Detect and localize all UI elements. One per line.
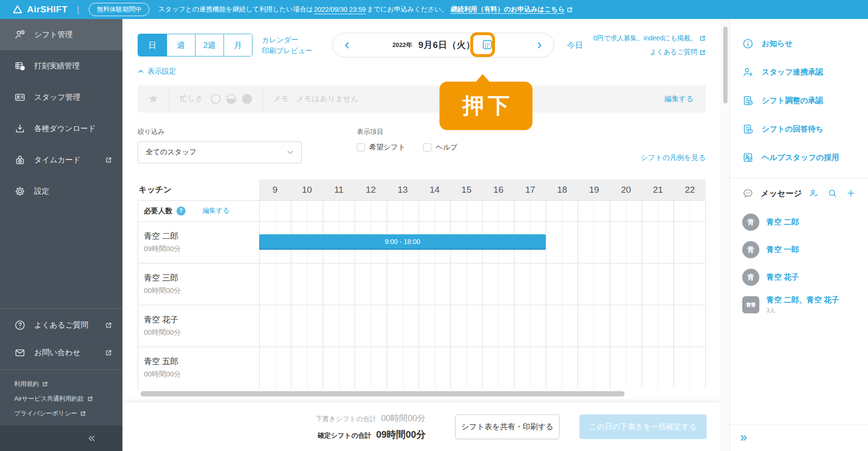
new-message-icon[interactable] [846,188,856,198]
schedule-cell[interactable] [387,305,419,347]
schedule-cell[interactable] [259,263,291,305]
schedule-cell[interactable] [291,347,323,388]
schedule-cell[interactable] [673,347,705,388]
help-icon[interactable]: ? [177,207,186,216]
sidebar-item-contact[interactable]: お問い合わせ [0,339,122,366]
share-print-button[interactable]: シフト表を共有・印刷する [455,414,560,439]
schedule-cell[interactable] [355,201,386,221]
required-edit-link[interactable]: 編集する [203,207,230,215]
schedule-cell[interactable] [642,201,673,221]
schedule-cell[interactable] [482,263,514,305]
schedule-cell[interactable] [546,347,578,388]
star-icon[interactable] [148,94,159,104]
schedule-cell[interactable] [578,305,609,347]
message-thread[interactable]: 青青空 花子 [730,263,868,291]
shift-bar[interactable]: 9:00 - 18:00 [259,235,546,250]
busy-level-low[interactable] [211,94,221,104]
schedule-cell[interactable] [482,305,514,347]
sidebar-item-shift[interactable]: シフト管理 [0,19,122,50]
schedule-cell[interactable] [610,347,642,388]
staff-filter-select[interactable]: 全てのスタッフ [138,141,302,163]
busy-level-mid[interactable] [226,94,236,104]
schedule-cell[interactable] [450,263,482,305]
busy-level-high[interactable] [242,94,252,104]
schedule-cell[interactable] [323,347,355,388]
panel-item-help-staff-hiring[interactable]: ヘルプスタッフの採用 [730,143,868,172]
calendar-print-preview-link[interactable]: カレンダー 印刷プレビュー [262,34,312,56]
bulk-confirm-button[interactable]: この日の下書きを一括確定する [579,414,707,439]
schedule-cell[interactable] [642,347,673,388]
schedule-cell[interactable] [387,201,419,221]
view-tab-月[interactable]: 月 [224,34,252,56]
continue-paid-link[interactable]: 継続利用（有料）のお申込みはこちら [451,5,573,14]
schedule-cell[interactable] [673,201,705,221]
sidebar-collapse-button[interactable] [0,425,122,451]
schedule-cell[interactable] [259,201,291,221]
schedule-cell[interactable] [482,201,514,221]
schedule-cell[interactable] [419,263,450,305]
schedule-cell[interactable] [546,305,578,347]
schedule-cell[interactable] [450,347,482,388]
schedule-cell[interactable] [355,263,386,305]
schedule-cell[interactable] [355,347,386,388]
person-check-icon[interactable] [809,188,819,198]
schedule-cell[interactable] [259,347,291,388]
message-thread[interactable]: 青青空 一郎 [730,236,868,263]
schedule-cell[interactable] [514,305,546,347]
search-icon[interactable] [828,188,837,198]
brand[interactable]: AirSHIFT [12,4,67,15]
schedule-cell[interactable] [387,263,419,305]
schedule-cell[interactable] [610,222,642,263]
schedule-cell[interactable] [514,347,546,388]
today-link[interactable]: 今日 [567,40,583,51]
sidebar-item-faq[interactable]: よくあるご質問 [0,311,122,339]
schedule-cell[interactable] [291,263,323,305]
job-posting-link[interactable]: 0円で求人募集。indeedにも掲載。 [593,31,706,45]
footer-link-air-terms[interactable]: Airサービス共通利用約款 [14,391,108,406]
panel-expand-button[interactable] [730,424,868,451]
memo-edit-link[interactable]: 編集する [664,94,693,103]
schedule-cell[interactable] [419,305,450,347]
schedule-cell[interactable] [578,222,609,263]
schedule-cell[interactable] [291,305,323,347]
staff-cell[interactable]: 青空 三郎00時間00分 [138,263,259,305]
panel-item-shift-adjust-approval[interactable]: シフト調整の承認 [730,86,868,115]
checkbox-ヘルプ[interactable]: ヘルプ [423,143,457,152]
sidebar-item-settings[interactable]: 設定 [0,176,122,207]
schedule-cell[interactable] [259,305,291,347]
schedule-cell[interactable] [514,263,546,305]
vertical-scrollbar-thumb[interactable] [723,27,728,103]
schedule-cell[interactable] [610,201,642,221]
schedule-cell[interactable] [642,263,673,305]
schedule-cell[interactable] [482,347,514,388]
sidebar-item-timecard[interactable]: タイムカード [0,144,122,176]
panel-item-staff-link-approval[interactable]: スタッフ連携承認 [730,58,868,86]
schedule-cell[interactable] [673,222,705,263]
schedule-cell[interactable] [323,305,355,347]
next-day-button[interactable] [535,41,543,49]
shift-legend-link[interactable]: シフトの凡例を見る [641,153,706,162]
schedule-cell[interactable] [546,263,578,305]
schedule-cell[interactable] [546,222,578,263]
panel-item-shift-awaiting-reply[interactable]: シフトの回答待ち [730,115,868,143]
sidebar-item-staff[interactable]: スタッフ管理 [0,82,122,113]
message-thread[interactable]: 青青空 二郎 [730,208,868,236]
schedule-cell[interactable] [355,305,386,347]
schedule-cell[interactable] [323,201,355,221]
staff-cell[interactable]: 青空 五郎00時間00分 [138,347,259,388]
staff-cell[interactable]: 青空 花子00時間00分 [138,305,259,347]
prev-day-button[interactable] [343,41,351,49]
staff-cell[interactable]: 青空 二郎09時間00分 [138,222,259,263]
schedule-cell[interactable] [610,305,642,347]
horizontal-scrollbar-thumb[interactable] [140,391,625,396]
schedule-cell[interactable] [450,201,482,221]
schedule-cell[interactable] [642,222,673,263]
schedule-cell[interactable] [546,201,578,221]
schedule-cell[interactable] [673,305,705,347]
schedule-cell[interactable] [578,347,609,388]
checkbox-希望シフト[interactable]: 希望シフト [357,143,405,152]
panel-item-news[interactable]: お知らせ [730,29,868,58]
faq-header-link[interactable]: よくあるご質問 [650,45,706,59]
schedule-cell[interactable] [387,347,419,388]
schedule-cell[interactable] [419,347,450,388]
